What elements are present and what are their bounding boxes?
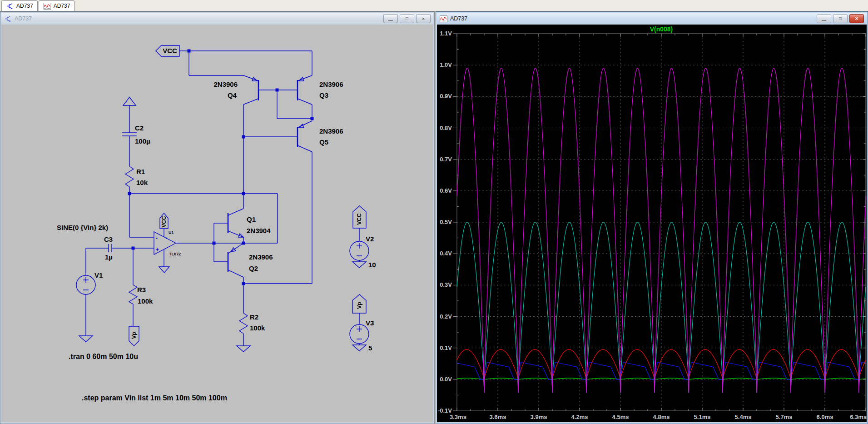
schematic-window-titlebar[interactable]: AD737 — □ × <box>1 13 433 25</box>
v1-ground-symbol <box>79 336 93 342</box>
svg-text:0.7V: 0.7V <box>440 156 452 163</box>
trace-label[interactable]: V(n008) <box>457 25 866 33</box>
vp-flag-v3-label: Vp <box>356 302 362 309</box>
capacitor-c2[interactable]: C2 100µ <box>122 97 150 145</box>
vcc-flag-top-label: VCC <box>163 47 177 55</box>
v2-ref-label: V2 <box>366 235 374 243</box>
waveform-window-titlebar[interactable]: AD737 — □ × <box>437 13 867 25</box>
opamp-ref-label: U1 <box>169 230 174 235</box>
c3-ref-label: C3 <box>104 235 113 243</box>
r2-value-label: 100k <box>250 324 265 332</box>
svg-text:0.9V: 0.9V <box>440 93 452 100</box>
close-icon: × <box>422 16 425 21</box>
r1-value-label: 10k <box>136 179 148 186</box>
minimize-button[interactable]: — <box>383 14 398 23</box>
waveform-window: AD737 — □ × V(n008) -0.1V0.0V0.1V0.2V0.3… <box>436 11 868 424</box>
v1-value-label[interactable]: SINE(0 {Vin} 2k) <box>57 224 108 231</box>
v3-ref-label: V3 <box>366 319 374 327</box>
step-directive[interactable]: .step param Vin list 1m 5m 10m 50m 100m <box>82 394 227 402</box>
q3-part-label: 2N3906 <box>319 80 343 88</box>
resistor-r3[interactable]: R3 100k <box>129 285 153 305</box>
transistor-q5[interactable]: 2N3906 Q5 <box>298 121 343 152</box>
voltage-source-v3[interactable]: Vp V3 5 <box>350 294 374 352</box>
v3-value-label: 5 <box>368 344 372 352</box>
q5-ref-label: Q5 <box>319 138 328 146</box>
v3-ground-symbol <box>352 345 366 351</box>
q4-part-label: 2N3906 <box>213 80 238 88</box>
svg-text:5.4ms: 5.4ms <box>735 414 752 420</box>
restore-button[interactable]: □ <box>833 14 848 23</box>
opamp-vplus-mark: + <box>165 236 167 240</box>
svg-text:3.3ms: 3.3ms <box>450 414 466 420</box>
svg-text:0.8V: 0.8V <box>440 125 452 131</box>
vp-flag-r3[interactable]: Vp <box>129 326 139 346</box>
schematic-icon <box>4 15 12 22</box>
svg-text:1.0V: 1.0V <box>440 61 452 68</box>
c3-value-label: 1µ <box>105 253 113 261</box>
q2-part-label: 2N3906 <box>249 253 273 261</box>
svg-text:4.5ms: 4.5ms <box>612 414 629 420</box>
svg-text:0.6V: 0.6V <box>440 187 452 194</box>
v2-value-label: 10 <box>368 261 376 269</box>
q5-part-label: 2N3906 <box>319 127 343 135</box>
close-button[interactable]: × <box>416 14 431 23</box>
resistor-r1[interactable]: R1 10k <box>125 166 148 187</box>
opamp-noninverting-mark: + <box>156 246 159 253</box>
tran-directive[interactable]: .tran 0 60m 50m 10u <box>69 353 138 360</box>
svg-text:4.2ms: 4.2ms <box>571 414 588 420</box>
voltage-source-v2[interactable]: VCC V2 10 <box>350 206 376 269</box>
q4-ref-label: Q4 <box>228 91 237 99</box>
restore-icon: □ <box>406 17 408 21</box>
opamp-vcc-flag-label: VCC <box>161 216 167 228</box>
svg-text:6.0ms: 6.0ms <box>817 414 833 420</box>
close-icon: × <box>855 16 858 21</box>
restore-icon: □ <box>839 17 841 21</box>
svg-text:5.7ms: 5.7ms <box>776 414 793 420</box>
svg-text:0.0V: 0.0V <box>440 376 452 383</box>
schematic-svg: VCC 2N3906 Q4 2N3906 Q3 2N3906 Q5 <box>1 25 433 422</box>
schematic-wires <box>86 51 359 346</box>
waveform-pane[interactable]: V(n008) -0.1V0.0V0.1V0.2V0.3V0.4V0.5V0.6… <box>437 25 867 422</box>
tab-schematic[interactable]: AD737 <box>1 0 38 11</box>
transistor-q3[interactable]: 2N3906 Q3 <box>298 75 343 105</box>
transistor-q4[interactable]: 2N3906 Q4 <box>213 75 258 105</box>
restore-button[interactable]: □ <box>400 14 414 23</box>
vcc-flag-top[interactable]: VCC <box>156 45 179 56</box>
svg-text:3.9ms: 3.9ms <box>531 414 547 420</box>
svg-text:0.1V: 0.1V <box>440 344 452 351</box>
transistor-q1[interactable]: Q1 2N3904 <box>214 209 271 237</box>
svg-text:0.3V: 0.3V <box>440 281 452 288</box>
q2-ref-label: Q2 <box>249 264 258 272</box>
vcc-flag-v2-label: VCC <box>356 213 362 225</box>
schematic-window: AD737 — □ × <box>0 11 435 424</box>
resistor-r2[interactable]: R2 100k <box>237 313 265 352</box>
minimize-icon: — <box>822 18 826 23</box>
minimize-button[interactable]: — <box>817 14 831 23</box>
plot-svg: -0.1V0.0V0.1V0.2V0.3V0.4V0.5V0.6V0.7V0.8… <box>437 25 867 422</box>
q3-ref-label: Q3 <box>319 91 328 99</box>
r2-ground-symbol <box>237 346 250 352</box>
tab-waveform[interactable]: AD737 <box>39 0 75 11</box>
window-title: AD737 <box>450 15 814 22</box>
voltage-source-v1[interactable]: V1 <box>76 271 103 342</box>
c2-ref-label: C2 <box>135 124 144 132</box>
opamp-part-label: TL072 <box>169 252 181 256</box>
transistor-q2[interactable]: 2N3906 Q2 <box>214 243 273 277</box>
svg-text:3.6ms: 3.6ms <box>490 414 506 420</box>
svg-text:-0.1V: -0.1V <box>438 407 452 414</box>
r3-ref-label: R3 <box>137 286 146 294</box>
opamp-ground-symbol <box>159 267 169 273</box>
c2-value-label: 100µ <box>135 137 150 145</box>
schematic-canvas[interactable]: VCC 2N3906 Q4 2N3906 Q3 2N3906 Q5 <box>1 25 433 422</box>
r1-ref-label: R1 <box>136 168 145 175</box>
svg-text:6.3ms: 6.3ms <box>850 414 867 420</box>
opamp-inverting-mark: - <box>156 235 158 241</box>
tab-label: AD737 <box>16 3 33 9</box>
close-button[interactable]: × <box>849 14 864 23</box>
q1-part-label: 2N3904 <box>247 227 271 234</box>
tab-bar: AD737 AD737 <box>0 0 868 11</box>
q1-ref-label: Q1 <box>247 215 256 223</box>
v2-ground-symbol <box>352 262 366 268</box>
svg-text:4.8ms: 4.8ms <box>653 414 670 420</box>
svg-text:1.1V: 1.1V <box>440 30 452 37</box>
